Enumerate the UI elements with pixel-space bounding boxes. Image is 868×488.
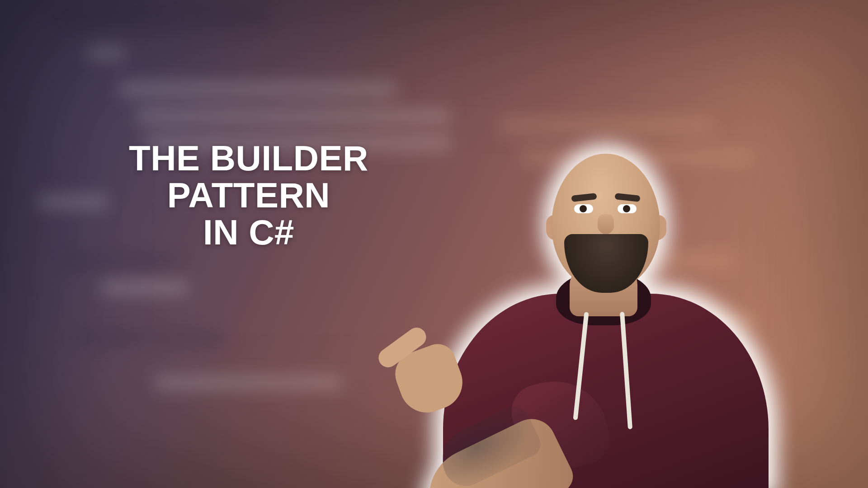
- thumbnail-title: THE BUILDER PATTERN IN C#: [81, 140, 416, 251]
- title-line-3: IN C#: [81, 214, 416, 251]
- title-line-2: PATTERN: [81, 177, 416, 214]
- title-line-1: THE BUILDER: [81, 140, 416, 177]
